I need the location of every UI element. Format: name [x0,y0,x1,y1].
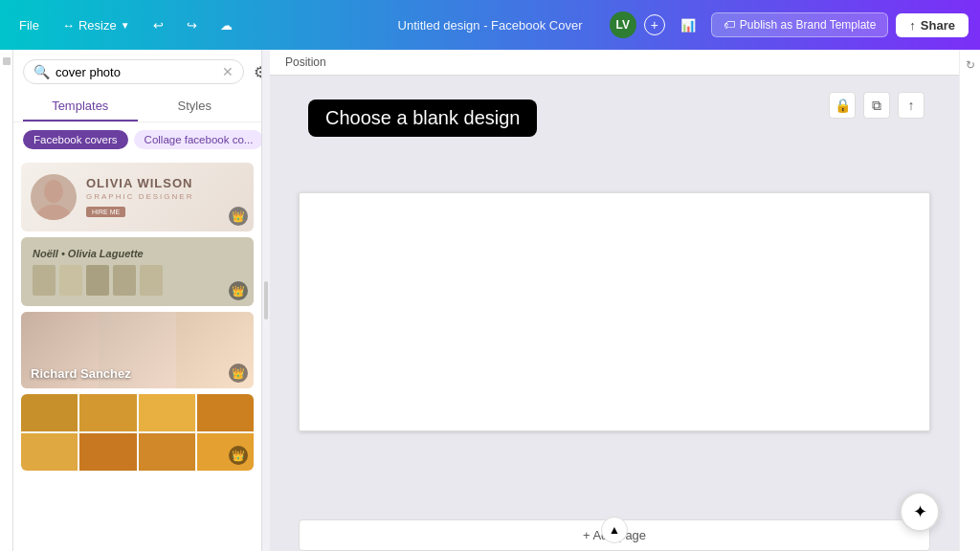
resize-chevron-icon: ▼ [121,20,130,31]
template-panel: 🔍 ✕ ⚙ Templates Styles Facebook covers C… [13,50,262,551]
template-2-item [86,265,109,296]
search-bar: 🔍 ✕ ⚙ [13,50,261,84]
template-2-content: Noëll • Olivia Laguette [33,248,163,296]
tpl4-cell [21,394,78,431]
template-card-2[interactable]: Noëll • Olivia Laguette 👑 [21,237,254,306]
resize-icon: ↔ [62,18,75,33]
undo-icon: ↩ [153,18,164,33]
topbar: File ↔ Resize ▼ ↩ ↪ ☁ Untitled design - … [0,0,980,50]
cloud-save-button[interactable]: ☁ [212,14,240,36]
template-1-name: OLIVIA WILSON [86,176,244,190]
magic-button[interactable]: ✦ [900,492,940,532]
template-3-name-overlay: Richard Sanchez [31,366,131,381]
premium-badge-1: 👑 [229,207,248,226]
templates-grid: OLIVIA WILSON GRAPHIC DESIGNER HIRE ME 👑… [13,157,261,551]
share-icon: ↑ [909,18,916,33]
canvas-frame[interactable] [299,192,930,431]
main-layout: 🔍 ✕ ⚙ Templates Styles Facebook covers C… [0,50,980,551]
analytics-button[interactable]: 📊 [673,14,703,36]
chevron-up-icon: ▲ [609,523,620,537]
scroll-up-button[interactable]: ▲ [601,517,628,543]
clear-search-button[interactable]: ✕ [222,64,234,79]
export-button[interactable]: ↑ [898,92,924,119]
template-1-cta: HIRE ME [86,207,125,217]
right-panel: ↻ [959,50,980,551]
right-tool-refresh[interactable]: ↻ [963,57,978,73]
add-collaborator-button[interactable]: + [644,14,665,35]
blank-design-tooltip: Choose a blank design [308,99,537,137]
template-1-avatar [31,174,77,220]
position-bar: Position [270,50,959,76]
search-icon: 🔍 [33,64,50,79]
template-1-subtitle: GRAPHIC DESIGNER [86,192,244,201]
template-2-name: Noëll • Olivia Laguette [33,248,163,259]
template-1-text: OLIVIA WILSON GRAPHIC DESIGNER HIRE ME [86,176,244,218]
panel-tabs: Templates Styles [13,84,261,122]
magic-icon: ✦ [913,501,927,522]
premium-badge-2: 👑 [229,281,248,300]
tpl4-cell [197,394,254,431]
file-menu-button[interactable]: File [11,14,47,36]
premium-badge-4: 👑 [229,446,248,465]
duplicate-button[interactable]: ⧉ [863,92,890,119]
tpl4-cell [79,433,136,471]
resize-button[interactable]: ↔ Resize ▼ [55,14,138,36]
canvas-area: Position Choose a blank design 🔒 ⧉ ↑ + A… [270,50,959,551]
tab-templates[interactable]: Templates [23,92,138,121]
avatar[interactable]: LV [610,11,636,38]
template-2-item [113,265,136,296]
publish-brand-template-button[interactable]: 🏷 Publish as Brand Template [711,12,889,37]
template-2-item [140,265,163,296]
template-2-item [33,265,56,296]
canvas-toolbar: 🔒 ⧉ ↑ [829,92,924,119]
nav-indicator [3,57,11,65]
tpl4-cell [139,394,195,431]
left-nav [0,50,13,551]
template-card-3[interactable]: Richard Sanchez 👑 [21,312,254,388]
search-input[interactable] [56,65,216,79]
redo-button[interactable]: ↪ [179,14,205,36]
template-card-1[interactable]: OLIVIA WILSON GRAPHIC DESIGNER HIRE ME 👑 [21,163,254,231]
tpl4-cell [139,433,195,471]
cloud-icon: ☁ [220,18,233,33]
premium-badge-3: 👑 [229,364,248,383]
document-title: Untitled design - Facebook Cover [398,18,583,33]
template-card-4[interactable]: 👑 [21,394,254,471]
svg-point-1 [34,205,73,220]
undo-button[interactable]: ↩ [145,14,171,36]
filter-tags-row: Facebook covers Collage facebook co... [13,122,261,157]
share-button[interactable]: ↑ Share [896,13,969,37]
chart-icon: 📊 [680,18,696,33]
tab-styles[interactable]: Styles [138,92,253,121]
template-2-item [59,265,82,296]
redo-icon: ↪ [187,18,197,33]
filter-tag-collage-facebook[interactable]: Collage facebook co... [134,130,261,149]
canvas-wrapper [270,76,959,519]
search-input-wrapper: 🔍 ✕ [23,59,244,84]
filter-tag-facebook-covers[interactable]: Facebook covers [23,130,128,149]
filter-options-button[interactable]: ⚙ [250,61,262,83]
lock-button[interactable]: 🔒 [829,92,856,119]
tpl4-cell [79,394,136,431]
tpl4-cell [21,433,78,471]
svg-point-0 [44,180,63,203]
panel-resize-handle[interactable] [262,50,270,551]
brand-icon: 🏷 [724,18,735,32]
